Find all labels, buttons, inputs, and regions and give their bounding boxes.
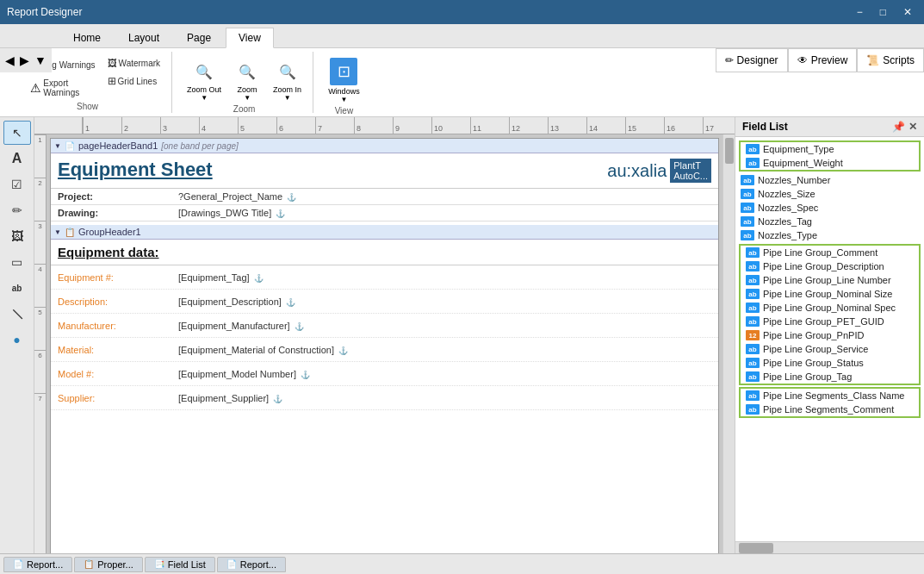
designer-button[interactable]: ✏ Designer	[716, 48, 788, 72]
show-group-label: Show	[77, 102, 98, 113]
edit-tool[interactable]: ✏	[3, 198, 31, 222]
ruler-mark: 15	[625, 117, 664, 134]
field-item[interactable]: ab Nozzles_Spec	[735, 201, 924, 215]
qa-back-button[interactable]: ◀	[3, 53, 16, 68]
ruler-mark: 1	[83, 117, 121, 134]
field-type-icon: ab	[741, 175, 754, 185]
data-value: [Equipment_Model Number] ⚓	[178, 369, 711, 379]
field-item[interactable]: ab Equipment_Weight	[741, 156, 919, 170]
field-item[interactable]: ab Pipe Line Group_PET_GUID	[741, 315, 919, 328]
close-button[interactable]: ✕	[898, 4, 917, 20]
zoom-button[interactable]: 🔍 Zoom ▼	[229, 55, 265, 104]
data-field-row: Model #: [Equipment_Model Number] ⚓	[51, 362, 718, 386]
field-item[interactable]: ab Pipe Line Segments_Class Name	[741, 389, 919, 402]
shape-tool[interactable]: ▭	[3, 250, 31, 274]
page-header-band-header: ▼ 📄 pageHeaderBand1 [one band per page]	[51, 139, 718, 153]
field-list-tab-icon: 📑	[154, 559, 164, 569]
close-panel-button[interactable]: ✕	[908, 121, 917, 133]
band-icon: 📄	[65, 141, 75, 151]
field-list-title: Field List	[742, 121, 788, 133]
minimize-button[interactable]: −	[852, 4, 868, 20]
bottom-panel: 📄 Report... 📋 Proper... 📑 Field List 📄 R…	[0, 553, 924, 574]
bottom-tab-proper[interactable]: 📋 Proper...	[74, 557, 143, 572]
data-value: [Equipment_Supplier] ⚓	[178, 393, 711, 403]
field-type-icon: ab	[746, 261, 760, 271]
watermark-button[interactable]: 🖼 Watermark	[103, 55, 165, 71]
ruler-mark: 2	[121, 117, 160, 134]
titlebar-title: Report Designer	[7, 6, 82, 18]
field-item[interactable]: ab Pipe Line Group_Nominal Spec	[741, 301, 919, 315]
line-tool[interactable]: |	[0, 296, 35, 332]
vertical-scrollbar[interactable]	[722, 134, 735, 553]
windows-icon: ⊡	[330, 58, 357, 85]
data-label: Material:	[58, 345, 178, 355]
qa-menu-button[interactable]: ▼	[33, 53, 48, 68]
bottom-tab-report2[interactable]: 📄 Report...	[217, 557, 286, 572]
pin-button[interactable]: 📌	[892, 121, 905, 133]
scripts-button[interactable]: 📜 Scripts	[857, 48, 924, 72]
ruler-mark: 4	[199, 117, 238, 134]
field-type-icon: ab	[746, 344, 760, 354]
collapse-icon[interactable]: ▼	[54, 228, 61, 236]
field-item[interactable]: ab Pipe Line Group_Line Number	[741, 273, 919, 287]
select-tool[interactable]: ↖	[3, 121, 31, 145]
logo-area: au:xalia PlantTAutoC...	[607, 159, 711, 183]
ruler-mark: 6	[276, 117, 315, 134]
field-list-hscroll[interactable]	[735, 541, 924, 553]
tab-page[interactable]: Page	[174, 28, 224, 47]
quick-access-toolbar: ◀ ▶ ▼	[0, 48, 52, 72]
field-item[interactable]: ab Pipe Line Group_Nominal Size	[741, 287, 919, 301]
field-item[interactable]: ab Pipe Line Group_Tag	[741, 370, 919, 384]
field-item[interactable]: ab Pipe Line Group_Status	[741, 356, 919, 370]
zoom-in-button[interactable]: 🔍 Zoom In ▼	[269, 55, 306, 104]
tab-layout[interactable]: Layout	[115, 28, 172, 47]
tab-view[interactable]: View	[226, 28, 274, 48]
zoom-out-button[interactable]: 🔍 Zoom Out ▼	[183, 55, 226, 104]
maximize-button[interactable]: □	[875, 4, 891, 20]
field-item[interactable]: ab Pipe Line Group_Description	[741, 259, 919, 273]
anchor-icon: ⚓	[254, 274, 264, 283]
field-item[interactable]: ab Nozzles_Number	[735, 173, 924, 187]
qa-forward-button[interactable]: ▶	[18, 53, 31, 68]
bottom-tab-report[interactable]: 📄 Report...	[3, 557, 72, 572]
tab-home[interactable]: Home	[60, 28, 114, 47]
ruler-mark: 13	[548, 117, 586, 134]
view-group: ⊡ Windows ▼ View	[317, 52, 371, 113]
data-label: Model #:	[58, 369, 178, 379]
canvas-scroll[interactable]: 1 2 3 4 5 6 7 ▼ 📄 pageHeaderBand1 [one b…	[34, 134, 735, 553]
anchor-icon: ⚓	[295, 322, 304, 331]
grid-lines-icon: ⊞	[108, 75, 116, 87]
zoom-group-content: 🔍 Zoom Out ▼ 🔍 Zoom ▼ 🔍 Zoom In ▼	[183, 52, 306, 104]
bottom-tab-field-list[interactable]: 📑 Field List	[145, 557, 215, 572]
report-page[interactable]: ▼ 📄 pageHeaderBand1 [one band per page] …	[50, 138, 719, 553]
grid-lines-button[interactable]: ⊞ Grid Lines	[103, 72, 165, 90]
ruler-mark: 7	[315, 117, 354, 134]
anchor-icon: ⚓	[301, 371, 310, 379]
scripts-icon: 📜	[866, 54, 879, 66]
field-item[interactable]: ab Pipe Line Group_Comment	[741, 246, 919, 259]
field-item[interactable]: ab Nozzles_Type	[735, 228, 924, 242]
ruler-mark: 8	[354, 117, 393, 134]
field-item[interactable]: ab Pipe Line Group_Service	[741, 342, 919, 356]
text-tool[interactable]: A	[3, 147, 31, 171]
field-type-icon: ab	[746, 158, 760, 168]
field-row: Project: ?General_Project_Name ⚓	[51, 189, 718, 205]
ruler-mark: 11	[470, 117, 509, 134]
windows-button[interactable]: ⊡ Windows ▼	[324, 55, 364, 106]
field-item[interactable]: ab Pipe Line Segments_Comment	[741, 402, 919, 416]
field-item[interactable]: ab Nozzles_Size	[735, 187, 924, 201]
collapse-icon[interactable]: ▼	[54, 142, 61, 150]
image-tool[interactable]: 🖼	[3, 224, 31, 248]
checkbox-tool[interactable]: ☑	[3, 172, 31, 197]
data-field-row: Manufacturer: [Equipment_Manufacturer] ⚓	[51, 314, 718, 338]
field-item[interactable]: 12 Pipe Line Group_PnPID	[741, 328, 919, 342]
field-item[interactable]: ab Equipment_Type	[741, 142, 919, 156]
field-label: Project:	[58, 191, 178, 202]
data-field-row: Description: [Equipment_Description] ⚓	[51, 290, 718, 314]
export-warnings-button[interactable]: ⚠ ExportWarnings	[10, 76, 100, 100]
field-item[interactable]: ab Nozzles_Tag	[735, 215, 924, 228]
ruler-mark: 12	[509, 117, 548, 134]
ruler-mark: 10	[431, 117, 470, 134]
preview-button[interactable]: 👁 Preview	[788, 48, 858, 72]
data-label: Supplier:	[58, 393, 178, 403]
